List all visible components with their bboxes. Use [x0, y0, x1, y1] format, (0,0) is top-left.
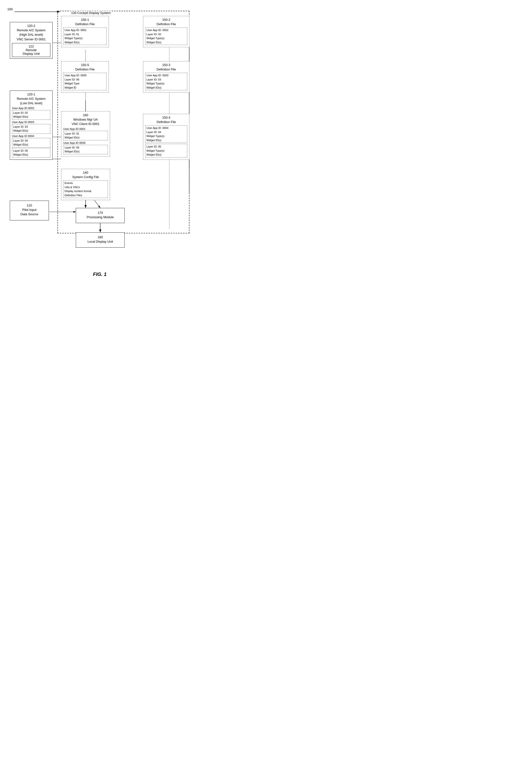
box-170: 170Processing Module [76, 208, 125, 223]
box-120-2: 120-2Remote A/C System(High DAL levell)V… [10, 22, 52, 59]
box-160-entry2: Layer ID: 06Widget ID(s) [63, 145, 108, 155]
box-150-5: 150-5Definition File User App ID: 0005La… [61, 61, 109, 92]
box-170-title: 170Processing Module [78, 211, 123, 219]
box-160-content: User App ID 0001 Layer ID: 01Widget ID(s… [63, 128, 108, 155]
layer-05-entry: Layer ID: 05Widget ID(s) [12, 148, 50, 158]
box-150-2-title: 150-2Definition File [145, 18, 187, 27]
box-160: 160Windows Mgr UAVNC Client ID 0001 User… [61, 111, 110, 157]
box-150-4-inner-2: Layer ID: 05Widget Type(s)Widget ID(s) [145, 144, 187, 158]
box-160-title: 160Windows Mgr UAVNC Client ID 0001 [63, 113, 108, 127]
cockpit-system-label: 130 Cockpit Display System [70, 11, 112, 15]
box-150-2: 150-2Definition File User App ID: 0002La… [143, 16, 190, 47]
box-140: 140System Config File EventsUAs & VNCsDi… [61, 169, 110, 200]
box-150-4-title: 150-4Definition File [145, 115, 187, 124]
box-122: 122RemoteDisplay Unit [12, 43, 50, 57]
box-150-1-title: 150-1Definition File [63, 18, 107, 27]
box-180: 180Local Display Unit [76, 232, 125, 248]
layer-03-entry: Layer ID: 03Widget ID(s) [12, 124, 50, 134]
box-150-3-inner: User App ID: 0003Layer ID: 03Widget Type… [145, 73, 187, 90]
box-120-1-content: User App ID 0002 Layer ID: 02Widget ID(s… [12, 107, 50, 158]
box-150-1: 150-1Definition File User App ID: 0001La… [61, 16, 109, 47]
layer-04-entry: Layer ID: 04Widget ID(s) [12, 138, 50, 148]
box-150-5-title: 150-5Definition File [63, 63, 107, 72]
box-150-5-inner: User App ID: 0005Layer ID: 06Widget Type… [63, 73, 107, 90]
label-100: 100 [7, 7, 13, 11]
box-120-2-title: 120-2Remote A/C System(High DAL levell)V… [12, 24, 50, 42]
box-150-4: 150-4Definition File User App ID: 0004La… [143, 114, 190, 160]
layer-02-entry: Layer ID: 02Widget ID(s) [12, 110, 50, 120]
box-180-title: 180Local Display Unit [78, 235, 123, 244]
figure-label: FIG. 1 [7, 272, 192, 277]
box-150-3: 150-3Definition File User App ID: 0003La… [143, 61, 190, 92]
box-150-4-inner-1: User App ID: 0004Layer ID: 04Widget Type… [145, 125, 187, 143]
box-140-inner: EventsUAs & VNCsDisplay surface formatDe… [63, 180, 108, 198]
box-110: 110Pilot InputData Source [10, 201, 49, 220]
box-160-entry1: Layer ID: 01Widget ID(s) [63, 131, 108, 141]
box-120-1-title: 120-1Remote A/C System(Low DAL level) [12, 92, 50, 106]
box-140-title: 140System Config File [63, 170, 108, 179]
box-122-text: 122RemoteDisplay Unit [23, 45, 40, 55]
box-120-1: 120-1Remote A/C System(Low DAL level) Us… [10, 90, 52, 160]
box-150-3-title: 150-3Definition File [145, 63, 187, 72]
box-150-1-inner: User App ID: 0001Layer ID: 01Widget Type… [63, 27, 107, 45]
box-110-title: 110Pilot InputData Source [12, 203, 47, 217]
box-150-2-inner: User App ID: 0002Layer ID: 02Widget Type… [145, 27, 187, 45]
